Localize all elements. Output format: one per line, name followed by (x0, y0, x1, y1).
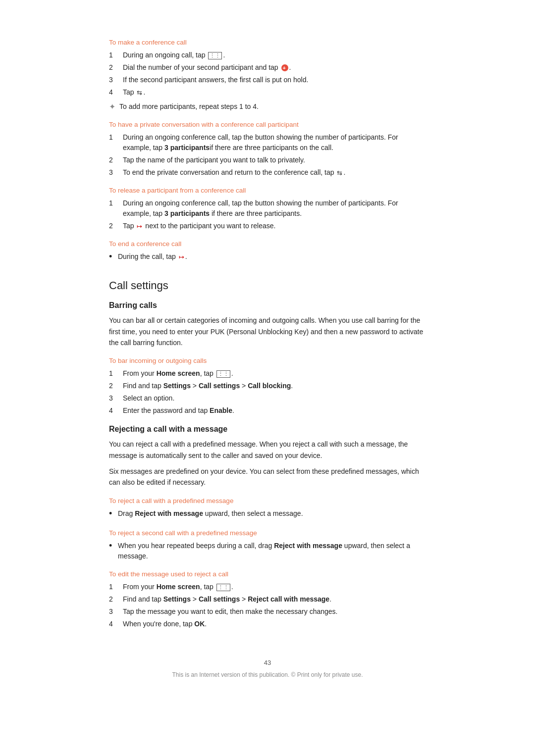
subheading-rejecting: Rejecting a call with a message (109, 425, 426, 434)
step-item: 1 From your Home screen, tap ⋮⋮. (109, 582, 426, 592)
heading-reject-predefined: To reject a call with a predefined messa… (109, 497, 426, 504)
section-make-conference: To make a conference call 1 During an on… (109, 39, 426, 112)
step-item: 2 Find and tap Settings > Call settings … (109, 381, 426, 391)
section-barring-calls: Barring calls You can bar all or certain… (109, 301, 426, 416)
step-item: 3 If the second participant answers, the… (109, 75, 426, 85)
bullets-end-conference: • During the call, tap ↦. (109, 252, 426, 263)
heading-edit-message: To edit the message used to reject a cal… (109, 570, 426, 578)
section-private-conversation: To have a private conversation with a co… (109, 121, 426, 178)
steps-barring: 1 From your Home screen, tap ⋮⋮. 2 Find … (109, 368, 426, 416)
merge-icon-2: ⇆ (337, 168, 342, 178)
tip-row: ✦ To add more participants, repeat steps… (109, 101, 426, 112)
merge-icon: ⇆ (137, 88, 142, 98)
heading-reject-second: To reject a second call with a predefine… (109, 529, 426, 537)
step-item: 4 Tap ⇆. (109, 87, 426, 98)
step-item: 1 From your Home screen, tap ⋮⋮. (109, 368, 426, 379)
steps-edit-message: 1 From your Home screen, tap ⋮⋮. 2 Find … (109, 582, 426, 629)
rejecting-intro1: You can reject a call with a predefined … (109, 439, 426, 461)
menu-icon-3: ⋮⋮ (216, 370, 230, 378)
bullet-item: • During the call, tap ↦. (109, 252, 426, 263)
rejecting-intro2: Six messages are predefined on your devi… (109, 466, 426, 488)
steps-release: 1 During an ongoing conference call, tap… (109, 198, 426, 231)
menu-icon: ⋮⋮ (208, 52, 222, 59)
step-item: 1 During an ongoing conference call, tap… (109, 198, 426, 219)
step-item: 2 Dial the number of your second partici… (109, 62, 426, 73)
page-content: To make a conference call 1 During an on… (89, 0, 446, 718)
bullet-item: • When you hear repeated beeps during a … (109, 541, 426, 561)
add-call-icon (281, 64, 288, 71)
section-end-conference: To end a conference call • During the ca… (109, 240, 426, 263)
step-item: 2 Find and tap Settings > Call settings … (109, 594, 426, 605)
bullets-reject-second: • When you hear repeated beeps during a … (109, 541, 426, 561)
step-item: 2 Tap the name of the participant you wa… (109, 155, 426, 165)
step-item: 1 During an ongoing call, tap ⋮⋮. (109, 50, 426, 60)
tip-text: To add more participants, repeat steps 1… (119, 101, 259, 112)
heading-make-conference: To make a conference call (109, 39, 426, 46)
step-item: 4 Enter the password and tap Enable. (109, 405, 426, 416)
page-number: 43 (109, 659, 426, 666)
step-item: 4 When you're done, tap OK. (109, 619, 426, 629)
step-item: 3 To end the private conversation and re… (109, 167, 426, 178)
menu-icon-4: ⋮⋮ (216, 584, 230, 591)
subheading-barring: Barring calls (109, 301, 426, 310)
heading-private-conversation: To have a private conversation with a co… (109, 121, 426, 128)
footer-note: This is an Internet version of this publ… (109, 671, 426, 678)
tip-icon: ✦ (109, 102, 115, 111)
bullet-item: • Drag Reject with message upward, then … (109, 508, 426, 520)
step-item: 2 Tap ↦ next to the participant you want… (109, 221, 426, 231)
section-rejecting-call: Rejecting a call with a message You can … (109, 425, 426, 629)
heading-bar-incoming: To bar incoming or outgoing calls (109, 357, 426, 364)
barring-intro: You can bar all or certain categories of… (109, 315, 426, 348)
step-item: 3 Select an option. (109, 393, 426, 403)
steps-private: 1 During an ongoing conference call, tap… (109, 132, 426, 178)
steps-make-conference: 1 During an ongoing call, tap ⋮⋮. 2 Dial… (109, 50, 426, 98)
heading-end-conference: To end a conference call (109, 240, 426, 248)
end-icon: ↦ (179, 252, 184, 262)
section-release-participant: To release a participant from a conferen… (109, 187, 426, 231)
step-item: 1 During an ongoing conference call, tap… (109, 132, 426, 153)
step-item: 3 Tap the message you want to edit, then… (109, 606, 426, 617)
call-settings-title: Call settings (109, 279, 426, 292)
heading-release-participant: To release a participant from a conferen… (109, 187, 426, 194)
bullets-reject-predefined: • Drag Reject with message upward, then … (109, 508, 426, 520)
end-call-icon: ↦ (137, 222, 142, 232)
